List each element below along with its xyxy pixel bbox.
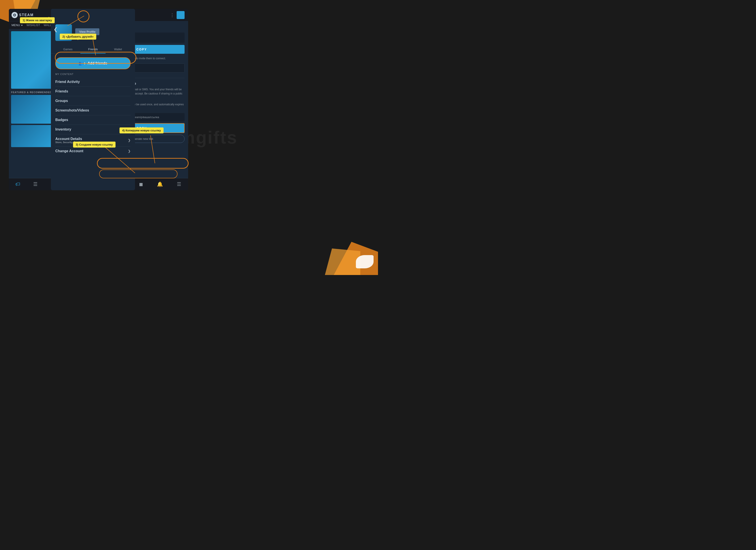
callout-4: 4) Копируем новую ссылку: [120, 128, 164, 133]
profile-tabs: Games Friends Wallet: [51, 45, 135, 54]
menu-friends-label: Friends: [55, 89, 68, 93]
menu-account-details-label: Account Details: [55, 137, 82, 141]
community-shield-icon[interactable]: ◼: [139, 182, 143, 187]
svg-point-1: [14, 14, 15, 16]
menu-friend-activity[interactable]: Friend Activity: [55, 77, 131, 87]
menu-change-account[interactable]: Change Account ❯: [55, 147, 131, 156]
nav-wishlist[interactable]: WISHLIST: [27, 23, 40, 27]
tab-wallet[interactable]: Wallet: [106, 45, 131, 54]
callout-1: 1) Жмем на аватарку: [20, 17, 55, 23]
add-friends-button[interactable]: 👥+ Add friends: [55, 57, 131, 69]
menu-screenshots-label: Screenshots/Videos: [55, 108, 89, 112]
my-content-label: MY CONTENT: [51, 73, 135, 77]
thumb-1: [11, 95, 52, 124]
menu-friend-activity-label: Friend Activity: [55, 80, 80, 84]
menu-friends[interactable]: Friends: [55, 87, 131, 96]
steam-title: STEAM: [19, 13, 34, 17]
chevron-right-icon-2: ❯: [128, 149, 131, 153]
callout-2: 2) «Добавить друзей»: [60, 34, 96, 40]
menu-groups-label: Groups: [55, 99, 68, 103]
tab-friends[interactable]: Friends: [80, 45, 105, 54]
add-friends-icon: 👥+: [79, 61, 86, 66]
community-avatar: [177, 11, 185, 19]
community-more-icon[interactable]: ⋮: [170, 12, 174, 18]
tag-icon[interactable]: 🏷: [15, 182, 20, 187]
steam-icon: [12, 12, 18, 18]
menu-screenshots[interactable]: Screenshots/Videos: [55, 106, 131, 115]
menu-badges[interactable]: Badges: [55, 115, 131, 125]
menu-badges-label: Badges: [55, 118, 68, 122]
chevron-right-icon: ❯: [128, 139, 131, 142]
menu-change-account-label: Change Account: [55, 149, 83, 153]
menu-groups[interactable]: Groups: [55, 96, 131, 106]
thumb-3: [11, 125, 52, 147]
community-bell-icon[interactable]: 🔔: [157, 182, 163, 187]
callout-3: 3) Создаем новую ссылку: [73, 142, 116, 148]
menu-inventory[interactable]: Inventory: [55, 125, 131, 134]
back-arrow[interactable]: ❮: [54, 27, 58, 32]
menu-inventory-label: Inventory: [55, 128, 71, 131]
add-friends-label: Add friends: [88, 61, 107, 65]
list-icon[interactable]: ☰: [33, 182, 38, 187]
community-header-right: ⋮: [170, 11, 185, 19]
nav-menu[interactable]: MENU ▼: [12, 23, 23, 27]
community-hamburger-icon[interactable]: ☰: [177, 182, 181, 187]
tab-games[interactable]: Games: [55, 45, 80, 54]
